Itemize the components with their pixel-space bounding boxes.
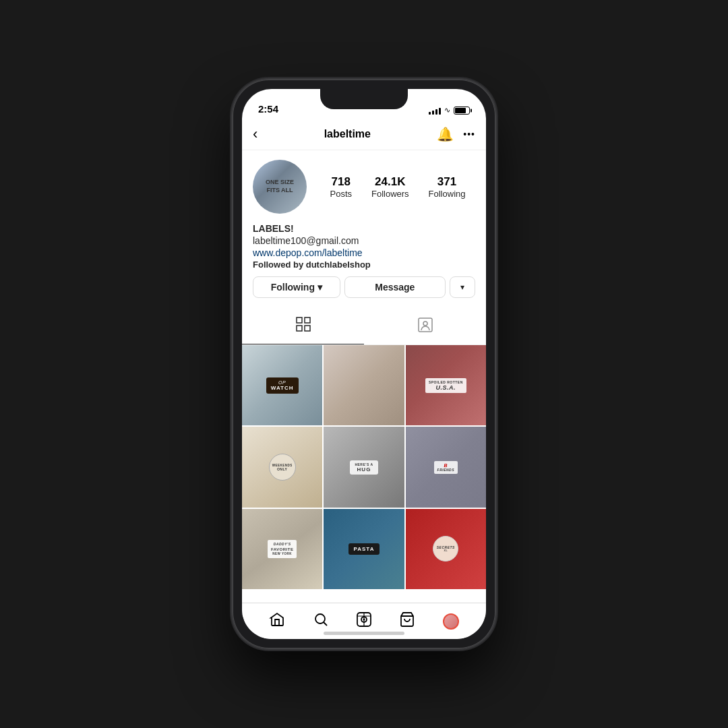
tab-home[interactable] (262, 609, 292, 634)
bio-name: LABELS! (253, 223, 475, 234)
phone-notch (320, 89, 408, 109)
svg-point-5 (423, 322, 427, 326)
signal-icon (429, 107, 441, 115)
nav-actions: 🔔 ••• (437, 126, 475, 142)
grid-item-5[interactable]: HERE'S A HUG (324, 427, 404, 507)
reels-icon (356, 611, 372, 632)
bio-followed-by: Followed by dutchlabelshop (253, 260, 475, 270)
status-time: 2:54 (258, 103, 278, 115)
more-options-icon[interactable]: ••• (463, 129, 475, 140)
tab-reels[interactable] (349, 609, 379, 634)
following-stat[interactable]: 371 Following (429, 175, 466, 199)
avatar[interactable]: ONE SIZE FITS ALL (253, 160, 307, 214)
back-button[interactable]: ‹ (253, 125, 257, 143)
followed-by-prefix: Followed by (253, 260, 306, 270)
tab-profile[interactable] (436, 611, 466, 632)
following-button[interactable]: Following ▾ (253, 276, 340, 298)
bio-email: labeltime100@gmail.com (253, 235, 475, 246)
avatar-image: ONE SIZE FITS ALL (253, 160, 307, 214)
photo-label-7: Daddy's Favorite NEW YORK (268, 540, 297, 559)
following-label: Following (429, 189, 466, 199)
message-button[interactable]: Message (344, 276, 446, 298)
dropdown-button[interactable]: ▾ (450, 276, 475, 298)
grid-icon (296, 317, 311, 336)
tab-grid[interactable] (242, 309, 364, 344)
grid-item-2[interactable] (324, 345, 404, 425)
grid-item-4[interactable]: WEEKENDS ONLY (242, 427, 322, 507)
followers-count: 24.1K (375, 175, 405, 189)
svg-rect-3 (305, 326, 310, 331)
user-avatar-small (443, 613, 459, 630)
grid-item-8[interactable]: PASTA (324, 509, 404, 589)
grid-item-3[interactable]: SPOILED ROTTEN U.S.A. (406, 345, 486, 425)
battery-icon (454, 107, 470, 115)
nav-bar: ‹ labeltime 🔔 ••• (242, 119, 486, 150)
posts-label: Posts (330, 189, 352, 199)
photo-label-6: B Friends (434, 461, 458, 474)
followers-label: Followers (371, 189, 409, 199)
screen-content[interactable]: ‹ labeltime 🔔 ••• ONE SIZE FITS ALL 718 (242, 119, 486, 603)
profile-username: labeltime (324, 128, 371, 140)
shop-icon (399, 611, 415, 632)
photo-grid: op watch SPOILED ROTTEN U.S.A. (242, 345, 486, 589)
phone-screen: 2:54 ∿ ‹ labeltime 🔔 (242, 89, 486, 639)
phone-mockup: 2:54 ∿ ‹ labeltime 🔔 (233, 80, 495, 648)
svg-rect-2 (297, 326, 302, 331)
bottom-bar (242, 603, 486, 639)
action-buttons: Following ▾ Message ▾ (253, 276, 475, 298)
notifications-icon[interactable]: 🔔 (437, 126, 454, 142)
posts-count: 718 (332, 175, 351, 189)
search-icon (313, 611, 329, 632)
grid-item-7[interactable]: Daddy's Favorite NEW YORK (242, 509, 322, 589)
grid-item-1[interactable]: op watch (242, 345, 322, 425)
svg-rect-1 (305, 317, 310, 323)
status-icons: ∿ (429, 106, 470, 115)
following-chevron-icon: ▾ (317, 282, 322, 293)
following-count: 371 (437, 175, 456, 189)
following-label: Following (271, 282, 315, 293)
tab-tagged[interactable] (364, 309, 486, 344)
photo-label-4: WEEKENDS ONLY (269, 454, 296, 481)
posts-stat[interactable]: 718 Posts (330, 175, 352, 199)
bio-section: LABELS! labeltime100@gmail.com www.depop… (253, 223, 475, 270)
tab-shop[interactable] (392, 609, 422, 634)
tab-search[interactable] (306, 609, 336, 634)
grid-item-9[interactable]: Secrets XL (406, 509, 486, 589)
svg-rect-4 (419, 318, 432, 332)
stats-row: 718 Posts 24.1K Followers 371 Following (320, 175, 475, 199)
photo-label-5: HERE'S A HUG (350, 460, 377, 475)
followers-stat[interactable]: 24.1K Followers (371, 175, 409, 199)
home-icon (269, 611, 285, 632)
bio-link[interactable]: www.depop.com/labeltime (253, 247, 475, 258)
photo-label-3: SPOILED ROTTEN U.S.A. (425, 378, 466, 393)
photo-label-9: Secrets XL (433, 536, 458, 562)
tabs-section (242, 309, 486, 345)
message-label: Message (375, 282, 415, 293)
home-indicator (324, 632, 404, 635)
followed-by-user[interactable]: dutchlabelshop (306, 260, 371, 270)
wifi-icon: ∿ (444, 106, 450, 115)
grid-item-6[interactable]: B Friends (406, 427, 486, 507)
profile-top: ONE SIZE FITS ALL 718 Posts 24.1K Follow… (253, 160, 475, 214)
dropdown-chevron-icon: ▾ (460, 282, 464, 292)
photo-label-1: op watch (266, 377, 299, 394)
tagged-icon (418, 317, 433, 336)
svg-rect-0 (297, 317, 302, 323)
profile-section: ONE SIZE FITS ALL 718 Posts 24.1K Follow… (242, 150, 486, 309)
photo-label-8: PASTA (348, 543, 380, 555)
